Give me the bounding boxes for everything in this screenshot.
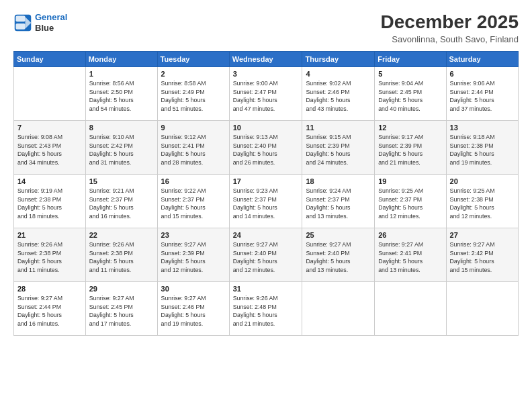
day-info: Sunrise: 9:17 AMSunset: 2:39 PMDaylight:…: [378, 133, 442, 167]
day-info: Sunrise: 9:06 AMSunset: 2:44 PMDaylight:…: [450, 79, 515, 113]
day-info: Sunrise: 9:27 AMSunset: 2:39 PMDaylight:…: [161, 240, 226, 275]
logo-icon: [13, 13, 32, 32]
calendar-cell: 10Sunrise: 9:13 AMSunset: 2:40 PMDayligh…: [229, 120, 302, 174]
day-info: Sunrise: 9:27 AMSunset: 2:45 PMDaylight:…: [89, 294, 154, 328]
day-of-week-header-row: SundayMondayTuesdayWednesdayThursdayFrid…: [14, 51, 519, 66]
calendar-cell: [375, 281, 446, 335]
calendar-cell: 30Sunrise: 9:27 AMSunset: 2:46 PMDayligh…: [157, 281, 229, 335]
calendar-cell: 16Sunrise: 9:22 AMSunset: 2:37 PMDayligh…: [157, 174, 229, 228]
day-number: 24: [233, 231, 299, 239]
calendar-cell: 9Sunrise: 9:12 AMSunset: 2:41 PMDaylight…: [157, 120, 229, 174]
day-number: 28: [17, 285, 82, 293]
day-number: 8: [89, 124, 154, 132]
day-info: Sunrise: 9:26 AMSunset: 2:38 PMDaylight:…: [17, 240, 82, 275]
calendar-cell: 25Sunrise: 9:27 AMSunset: 2:40 PMDayligh…: [302, 228, 375, 281]
day-of-week-sunday: Sunday: [14, 51, 86, 66]
page: General Blue December 2025 Savonlinna, S…: [0, 0, 532, 411]
day-number: 13: [450, 124, 515, 132]
day-number: 5: [378, 70, 442, 78]
day-number: 11: [306, 124, 371, 132]
day-info: Sunrise: 9:08 AMSunset: 2:43 PMDaylight:…: [17, 133, 82, 167]
day-info: Sunrise: 9:21 AMSunset: 2:37 PMDaylight:…: [89, 187, 154, 221]
calendar-cell: 31Sunrise: 9:26 AMSunset: 2:48 PMDayligh…: [229, 281, 302, 335]
calendar-cell: 23Sunrise: 9:27 AMSunset: 2:39 PMDayligh…: [157, 228, 229, 281]
day-info: Sunrise: 9:27 AMSunset: 2:44 PMDaylight:…: [17, 294, 82, 328]
day-number: 27: [450, 231, 515, 239]
day-number: 3: [233, 70, 299, 78]
day-number: 21: [17, 231, 82, 239]
calendar-cell: 6Sunrise: 9:06 AMSunset: 2:44 PMDaylight…: [446, 66, 518, 120]
calendar-cell: 5Sunrise: 9:04 AMSunset: 2:45 PMDaylight…: [375, 66, 446, 120]
day-number: 1: [89, 70, 154, 78]
calendar-week-2: 7Sunrise: 9:08 AMSunset: 2:43 PMDaylight…: [14, 120, 519, 174]
day-info: Sunrise: 9:13 AMSunset: 2:40 PMDaylight:…: [233, 133, 299, 167]
calendar-cell: 12Sunrise: 9:17 AMSunset: 2:39 PMDayligh…: [375, 120, 446, 174]
day-info: Sunrise: 9:25 AMSunset: 2:38 PMDaylight:…: [450, 187, 515, 221]
day-of-week-friday: Friday: [375, 51, 446, 66]
day-info: Sunrise: 9:19 AMSunset: 2:38 PMDaylight:…: [17, 187, 82, 221]
calendar-cell: 11Sunrise: 9:15 AMSunset: 2:39 PMDayligh…: [302, 120, 375, 174]
day-info: Sunrise: 9:04 AMSunset: 2:45 PMDaylight:…: [378, 79, 442, 113]
svg-rect-2: [16, 15, 26, 21]
day-number: 18: [306, 177, 371, 185]
calendar-cell: 27Sunrise: 9:27 AMSunset: 2:42 PMDayligh…: [446, 228, 518, 281]
day-info: Sunrise: 9:02 AMSunset: 2:46 PMDaylight:…: [306, 79, 371, 113]
day-info: Sunrise: 9:23 AMSunset: 2:37 PMDaylight:…: [233, 187, 299, 221]
day-info: Sunrise: 9:10 AMSunset: 2:42 PMDaylight:…: [89, 133, 154, 167]
calendar-cell: 17Sunrise: 9:23 AMSunset: 2:37 PMDayligh…: [229, 174, 302, 228]
calendar-cell: 15Sunrise: 9:21 AMSunset: 2:37 PMDayligh…: [85, 174, 157, 228]
day-number: 14: [17, 177, 82, 185]
day-info: Sunrise: 8:56 AMSunset: 2:50 PMDaylight:…: [89, 79, 154, 113]
day-number: 6: [450, 70, 515, 78]
month-title: December 2025: [381, 12, 519, 33]
day-info: Sunrise: 9:26 AMSunset: 2:48 PMDaylight:…: [233, 294, 299, 328]
day-number: 30: [161, 285, 226, 293]
day-info: Sunrise: 9:27 AMSunset: 2:40 PMDaylight:…: [306, 240, 371, 275]
calendar-cell: [14, 66, 86, 120]
calendar-week-3: 14Sunrise: 9:19 AMSunset: 2:38 PMDayligh…: [14, 174, 519, 228]
day-number: 19: [378, 177, 442, 185]
day-info: Sunrise: 9:26 AMSunset: 2:38 PMDaylight:…: [89, 240, 154, 275]
day-number: 23: [161, 231, 226, 239]
calendar-week-1: 1Sunrise: 8:56 AMSunset: 2:50 PMDaylight…: [14, 66, 519, 120]
calendar-cell: 26Sunrise: 9:27 AMSunset: 2:41 PMDayligh…: [375, 228, 446, 281]
calendar-cell: 14Sunrise: 9:19 AMSunset: 2:38 PMDayligh…: [14, 174, 86, 228]
day-info: Sunrise: 9:25 AMSunset: 2:37 PMDaylight:…: [378, 187, 442, 221]
calendar-cell: 3Sunrise: 9:00 AMSunset: 2:47 PMDaylight…: [229, 66, 302, 120]
day-info: Sunrise: 9:15 AMSunset: 2:39 PMDaylight:…: [306, 133, 371, 167]
calendar-cell: 2Sunrise: 8:58 AMSunset: 2:49 PMDaylight…: [157, 66, 229, 120]
calendar-cell: 24Sunrise: 9:27 AMSunset: 2:40 PMDayligh…: [229, 228, 302, 281]
calendar-body: 1Sunrise: 8:56 AMSunset: 2:50 PMDaylight…: [14, 66, 519, 335]
calendar-cell: [446, 281, 518, 335]
day-number: 12: [378, 124, 442, 132]
day-of-week-tuesday: Tuesday: [157, 51, 229, 66]
day-info: Sunrise: 9:18 AMSunset: 2:38 PMDaylight:…: [450, 133, 515, 167]
logo-text: General Blue: [35, 12, 67, 33]
calendar-week-4: 21Sunrise: 9:26 AMSunset: 2:38 PMDayligh…: [14, 228, 519, 281]
day-number: 17: [233, 177, 299, 185]
day-of-week-thursday: Thursday: [302, 51, 375, 66]
calendar-cell: 28Sunrise: 9:27 AMSunset: 2:44 PMDayligh…: [14, 281, 86, 335]
calendar-cell: 18Sunrise: 9:24 AMSunset: 2:37 PMDayligh…: [302, 174, 375, 228]
calendar-cell: 22Sunrise: 9:26 AMSunset: 2:38 PMDayligh…: [85, 228, 157, 281]
day-number: 4: [306, 70, 371, 78]
day-number: 15: [89, 177, 154, 185]
calendar-cell: 20Sunrise: 9:25 AMSunset: 2:38 PMDayligh…: [446, 174, 518, 228]
day-info: Sunrise: 9:12 AMSunset: 2:41 PMDaylight:…: [161, 133, 226, 167]
day-info: Sunrise: 9:00 AMSunset: 2:47 PMDaylight:…: [233, 79, 299, 113]
day-info: Sunrise: 8:58 AMSunset: 2:49 PMDaylight:…: [161, 79, 226, 113]
day-number: 20: [450, 177, 515, 185]
day-of-week-monday: Monday: [85, 51, 157, 66]
day-number: 2: [161, 70, 226, 78]
day-number: 29: [89, 285, 154, 293]
calendar-cell: 8Sunrise: 9:10 AMSunset: 2:42 PMDaylight…: [85, 120, 157, 174]
calendar-cell: 4Sunrise: 9:02 AMSunset: 2:46 PMDaylight…: [302, 66, 375, 120]
day-info: Sunrise: 9:27 AMSunset: 2:40 PMDaylight:…: [233, 240, 299, 275]
day-number: 31: [233, 285, 299, 293]
day-info: Sunrise: 9:24 AMSunset: 2:37 PMDaylight:…: [306, 187, 371, 221]
day-number: 26: [378, 231, 442, 239]
day-number: 9: [161, 124, 226, 132]
day-info: Sunrise: 9:22 AMSunset: 2:37 PMDaylight:…: [161, 187, 226, 221]
title-block: December 2025 Savonlinna, South Savo, Fi…: [381, 12, 519, 44]
day-of-week-saturday: Saturday: [446, 51, 518, 66]
